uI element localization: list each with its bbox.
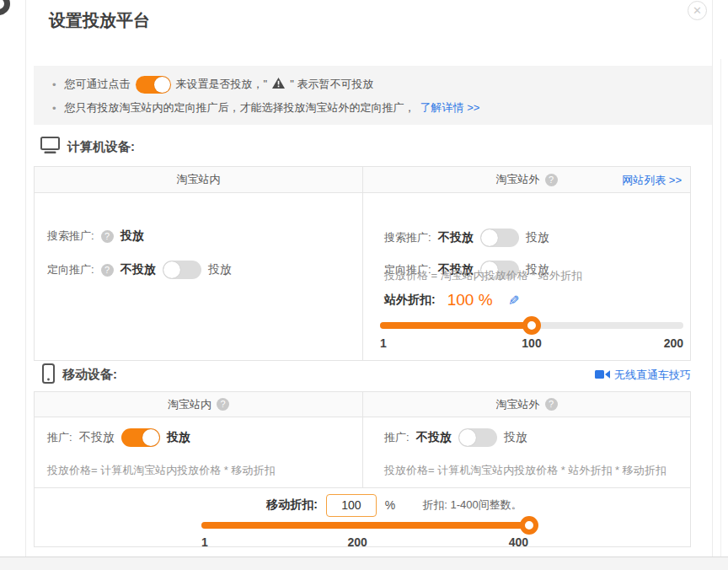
slider-mid-label: 200 <box>347 535 367 549</box>
notice-line-1: • 您可通过点击 来设置是否投放，" " 表示暂不可投放 <box>52 74 373 94</box>
mobile-offsite-promo-toggle[interactable] <box>458 428 497 447</box>
slider-mid-label: 100 <box>522 336 541 350</box>
slider-fill <box>380 322 532 329</box>
notice-1-text-after: " 表示暂不可投放 <box>290 77 373 92</box>
notice-line-2: • 您只有投放淘宝站内的定向推广后，才能选择投放淘宝站外的定向推广， 了解详情 … <box>52 99 479 116</box>
mobile-onsite-header-label: 淘宝站内 <box>168 397 211 412</box>
mobile-offsite-formula: 投放价格= 计算机淘宝站内投放价格 * 站外折扣 * 移动折扣 <box>384 463 666 478</box>
toggle-knob <box>163 261 180 278</box>
help-icon[interactable]: ? <box>545 174 558 186</box>
page-title: 设置投放平台 <box>49 9 150 32</box>
slider-knob[interactable] <box>522 316 541 335</box>
mobile-offsite-promo-row: 推广: 不投放 投放 <box>384 428 527 447</box>
bottom-band <box>0 557 728 570</box>
slider-max-label: 200 <box>664 336 683 350</box>
mobile-section-header: 移动设备: <box>42 363 117 386</box>
close-icon: ✕ <box>693 4 702 17</box>
computer-onsite-target-row: 定向推广: ? 不投放 投放 <box>47 261 232 279</box>
warning-icon <box>272 78 285 91</box>
page-right-border <box>720 59 721 557</box>
notice-1-text-mid: 来设置是否投放，" <box>176 77 268 92</box>
offsite-slider-area: 1 100 200 <box>363 193 690 360</box>
offsite-discount-slider[interactable] <box>380 322 683 329</box>
search-promo-status: 投放 <box>120 229 144 244</box>
mobile-table: 淘宝站内 ? 淘宝站外 ? 推广: 不投放 投放 投放价格= 计算机淘宝站内投放… <box>34 391 691 547</box>
target-promo-label: 定向推广: <box>47 262 94 277</box>
promo-label: 推广: <box>384 430 410 445</box>
computer-onsite-header-label: 淘宝站内 <box>177 172 221 187</box>
dialog-set-platform: ✕ 设置投放平台 • 您可通过点击 来设置是否投放，" " 表示暂不可投放 • … <box>0 0 728 570</box>
help-icon[interactable]: ? <box>217 398 229 411</box>
slider-min-label: 1 <box>380 336 387 350</box>
dialog-left-border <box>25 0 26 557</box>
help-icon[interactable]: ? <box>101 230 114 243</box>
mobile-onsite-promo-toggle[interactable] <box>121 428 160 447</box>
computer-icon <box>40 137 60 157</box>
notice-box: • 您可通过点击 来设置是否投放，" " 表示暂不可投放 • 您只有投放淘宝站内… <box>34 66 712 125</box>
computer-offsite-header-label: 淘宝站外 <box>496 172 540 187</box>
promo-on-label: 投放 <box>167 430 190 445</box>
help-icon[interactable]: ? <box>101 264 114 277</box>
promo-off-label: 不投放 <box>416 430 452 445</box>
learn-more-link[interactable]: 了解详情 >> <box>420 100 480 116</box>
slider-max-label: 400 <box>509 535 528 549</box>
offsite-slider-labels: 1 100 200 <box>380 336 683 352</box>
floating-widget-partial <box>0 0 10 15</box>
example-toggle[interactable] <box>136 76 171 94</box>
computer-onsite-target-toggle[interactable] <box>163 261 201 279</box>
column-divider <box>362 392 363 487</box>
mobile-discount-slider[interactable] <box>201 522 533 529</box>
computer-onsite-search-row: 搜索推广: ? 投放 <box>47 229 144 244</box>
mobile-onsite-promo-row: 推广: 不投放 投放 <box>47 428 190 447</box>
promo-label: 推广: <box>47 430 72 445</box>
toggle-knob <box>154 77 170 93</box>
site-list-link[interactable]: 网站列表 >> <box>622 173 682 188</box>
toggle-knob <box>459 429 476 446</box>
mobile-section-title: 移动设备: <box>62 367 117 383</box>
wireless-tips[interactable]: 无线直通车技巧 <box>595 368 691 383</box>
bullet-icon: • <box>52 102 56 115</box>
mobile-onsite-formula: 投放价格= 计算机淘宝站内投放价格 * 移动折扣 <box>47 463 276 478</box>
bullet-icon: • <box>52 78 56 91</box>
slider-knob[interactable] <box>520 516 538 535</box>
dialog-right-border <box>712 0 713 557</box>
promo-on-label: 投放 <box>504 430 527 445</box>
mobile-onsite-header: 淘宝站内 ? <box>35 392 362 417</box>
target-off-label: 不投放 <box>120 262 156 277</box>
promo-off-label: 不投放 <box>79 430 115 445</box>
target-on-label: 投放 <box>208 262 232 277</box>
computer-onsite-header: 淘宝站内 <box>35 167 362 192</box>
slider-fill <box>201 522 533 529</box>
video-icon <box>595 368 610 383</box>
close-button[interactable]: ✕ <box>688 1 707 20</box>
mobile-slider-labels: 1 200 400 <box>201 535 533 551</box>
notice-1-text-before: 您可通过点击 <box>65 77 131 92</box>
slider-min-label: 1 <box>201 535 208 549</box>
search-promo-label: 搜索推广: <box>47 229 94 244</box>
toggle-knob <box>142 429 159 446</box>
phone-icon <box>42 363 55 386</box>
mobile-offsite-header-label: 淘宝站外 <box>496 397 540 412</box>
mobile-offsite-header: 淘宝站外 ? <box>363 392 690 417</box>
notice-2-text: 您只有投放淘宝站内的定向推广后，才能选择投放淘宝站外的定向推广， <box>65 100 415 116</box>
computer-section-title: 计算机设备: <box>67 139 135 155</box>
help-icon[interactable]: ? <box>545 398 558 411</box>
computer-section-header: 计算机设备: <box>40 137 135 157</box>
computer-table: 淘宝站内 淘宝站外 ? 网站列表 >> 搜索推广: ? 投放 定向推广: ? 不… <box>34 166 691 361</box>
mobile-slider-area: 1 200 400 <box>35 488 690 547</box>
wireless-tips-link[interactable]: 无线直通车技巧 <box>614 368 691 383</box>
